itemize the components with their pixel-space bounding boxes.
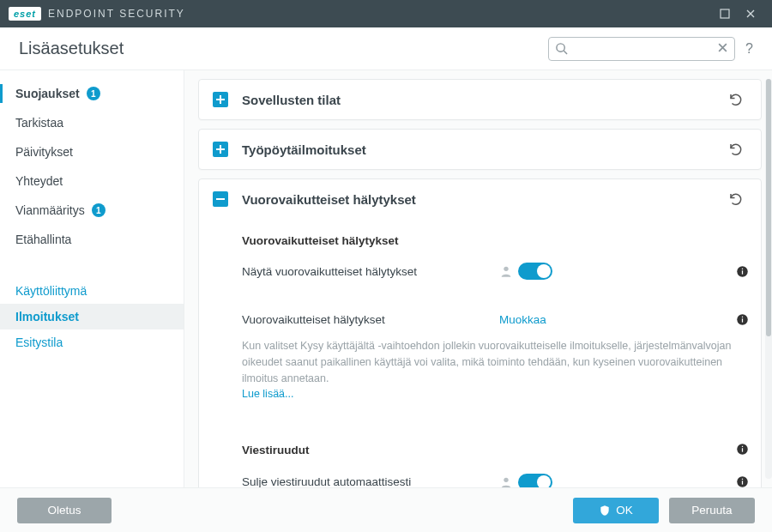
panel-interactive-alerts: Vuorovaikutteiset hälytykset Vuorovaikut… <box>198 178 762 487</box>
svg-rect-15 <box>741 479 742 480</box>
sidebar-sub-presentation[interactable]: Esitystila <box>0 329 184 355</box>
info-icon[interactable] <box>735 442 749 456</box>
svg-point-2 <box>504 267 508 271</box>
svg-rect-10 <box>741 448 742 451</box>
content-wrap: Sovellusten tilat Työpöytäilmoitukset <box>184 70 772 487</box>
clear-search-icon[interactable] <box>717 42 728 53</box>
sidebar-sub-notifications[interactable]: Ilmoitukset <box>0 304 184 329</box>
ok-button[interactable]: OK <box>573 498 659 523</box>
toggle-show-alerts[interactable] <box>518 263 552 280</box>
content: Sovellusten tilat Työpöytäilmoitukset <box>198 79 762 487</box>
sidebar-sub-ui[interactable]: Käyttöliittymä <box>0 278 184 304</box>
sidebar: Suojaukset 1 Tarkistaa Päivitykset Yhtey… <box>0 70 184 487</box>
row-edit-interactive-alerts: Vuorovaikutteiset hälytykset Muokkaa <box>242 305 749 333</box>
expand-icon[interactable] <box>213 142 228 157</box>
sidebar-item-label: Suojaukset <box>15 87 80 100</box>
section-label-text: Viestiruudut <box>242 444 310 456</box>
product-name: ENDPOINT SECURITY <box>48 8 185 20</box>
toggle-close-boxes[interactable] <box>518 474 552 488</box>
sidebar-item-connections[interactable]: Yhteydet <box>0 166 184 196</box>
sidebar-badge: 1 <box>92 203 106 217</box>
expand-icon[interactable] <box>213 92 228 107</box>
sidebar-item-diagnostics[interactable]: Vianmääritys 1 <box>0 196 184 225</box>
sidebar-item-label: Tarkistaa <box>15 116 63 130</box>
panel-app-states: Sovellusten tilat <box>198 79 762 120</box>
default-button[interactable]: Oletus <box>17 498 112 523</box>
search-field-wrap <box>548 37 735 61</box>
svg-point-1 <box>557 43 564 51</box>
svg-rect-11 <box>741 445 742 446</box>
read-more-link[interactable]: Lue lisää... <box>242 388 293 400</box>
scrollbar-thumb[interactable] <box>766 79 771 336</box>
section-interactive-alerts-header: Vuorovaikutteiset hälytykset <box>242 234 749 247</box>
revert-icon[interactable] <box>725 190 747 209</box>
sidebar-item-scan[interactable]: Tarkistaa <box>0 108 184 137</box>
search-icon <box>555 42 568 55</box>
svg-rect-7 <box>741 318 742 322</box>
cancel-button[interactable]: Peruuta <box>669 498 755 523</box>
window-maximize-icon[interactable] <box>712 5 738 22</box>
sidebar-item-protections[interactable]: Suojaukset 1 <box>0 79 184 108</box>
panel-title: Sovellusten tilat <box>242 93 725 107</box>
panel-desktop-notifications: Työpöytäilmoitukset <box>198 129 762 170</box>
svg-point-12 <box>504 477 508 481</box>
panel-header[interactable]: Vuorovaikutteiset hälytykset <box>199 179 761 219</box>
row-label: Vuorovaikutteiset hälytykset <box>242 313 499 326</box>
policy-icon <box>499 475 513 488</box>
revert-icon[interactable] <box>725 90 747 109</box>
body: Suojaukset 1 Tarkistaa Päivitykset Yhtey… <box>0 70 772 487</box>
sidebar-item-label: Etähallinta <box>15 233 71 246</box>
sidebar-item-updates[interactable]: Päivitykset <box>0 137 184 166</box>
row-close-message-boxes: Sulje viestiruudut automaattisesti <box>242 467 749 488</box>
titlebar: eset ENDPOINT SECURITY <box>0 0 772 27</box>
collapse-icon[interactable] <box>213 191 228 207</box>
footer: Oletus OK Peruuta <box>0 487 772 532</box>
section-label-text: Vuorovaikutteiset hälytykset <box>242 234 399 247</box>
brand-logo: eset <box>9 7 41 21</box>
panel-body: Vuorovaikutteiset hälytykset Näytä vuoro… <box>199 219 761 487</box>
help-icon[interactable]: ? <box>745 41 753 57</box>
panel-header[interactable]: Sovellusten tilat <box>199 80 761 119</box>
svg-rect-4 <box>741 270 742 274</box>
sidebar-item-label: Päivitykset <box>15 145 73 159</box>
sidebar-badge: 1 <box>87 87 100 100</box>
scrollbar-track[interactable] <box>765 79 772 479</box>
sidebar-subgroup: Käyttöliittymä Ilmoitukset Esitystila <box>0 278 184 355</box>
header: Lisäasetukset ? <box>0 27 772 70</box>
row-label: Sulje viestiruudut automaattisesti <box>242 475 499 487</box>
edit-alerts-link[interactable]: Muokkaa <box>499 313 546 326</box>
panel-title: Työpöytäilmoitukset <box>242 142 725 157</box>
svg-rect-14 <box>741 481 742 484</box>
row-label: Näytä vuorovaikutteiset hälytykset <box>242 265 499 278</box>
sidebar-item-remote[interactable]: Etähallinta <box>0 225 184 254</box>
info-icon[interactable] <box>735 475 749 488</box>
policy-icon <box>499 264 513 278</box>
svg-rect-5 <box>741 268 742 269</box>
ok-label: OK <box>616 504 633 517</box>
revert-icon[interactable] <box>725 140 747 159</box>
shield-icon <box>599 505 611 517</box>
info-icon[interactable] <box>735 264 749 278</box>
description-text: Kun valitset Kysy käyttäjältä -vaihtoehd… <box>242 340 731 384</box>
window-close-icon[interactable] <box>738 5 763 22</box>
sidebar-item-label: Yhteydet <box>15 174 63 188</box>
page-title: Lisäasetukset <box>19 39 548 58</box>
panel-title: Vuorovaikutteiset hälytykset <box>242 192 725 207</box>
info-icon[interactable] <box>735 312 749 326</box>
search-input[interactable] <box>548 37 735 61</box>
svg-rect-8 <box>741 316 742 317</box>
svg-rect-0 <box>721 9 729 18</box>
panel-header[interactable]: Työpöytäilmoitukset <box>199 130 761 169</box>
section-message-boxes-header: Viestiruudut <box>242 442 749 458</box>
row-show-interactive-alerts: Näytä vuorovaikutteiset hälytykset <box>242 256 749 287</box>
sidebar-item-label: Vianmääritys <box>15 203 85 217</box>
interactive-alerts-description: Kun valitset Kysy käyttäjältä -vaihtoehd… <box>242 338 748 402</box>
